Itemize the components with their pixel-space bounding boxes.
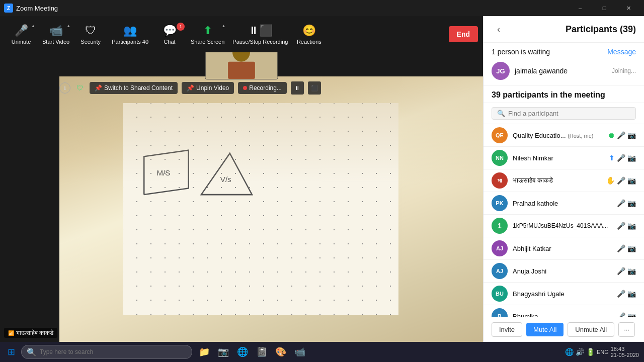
chat-button[interactable]: 💬 Chat 1 xyxy=(153,19,186,50)
end-meeting-button[interactable]: End xyxy=(449,26,478,42)
sidebar-header: ‹ Participants (39) xyxy=(484,16,644,43)
search-bar: 🔍 xyxy=(484,103,644,124)
app-icon: Z xyxy=(4,4,13,13)
taskbar-app-media[interactable]: 📹 xyxy=(291,343,309,361)
panel-title: Participants (39) xyxy=(566,24,636,35)
taskbar-apps: 📁 📷 🌐 📓 🎨 📹 xyxy=(195,343,309,361)
taskbar-app-onenote[interactable]: 📓 xyxy=(253,343,271,361)
mic-muted-icon: 🎤 xyxy=(617,222,625,230)
collapse-panel-button[interactable]: ‹ xyxy=(492,22,506,36)
participant-avatar: AJ xyxy=(492,240,508,256)
security-shield-icon[interactable]: 🛡 xyxy=(74,82,86,94)
unmute-button[interactable]: 🎤 Unmute ▲ xyxy=(5,19,37,50)
network-icon[interactable]: 🌐 xyxy=(565,348,574,356)
close-button[interactable]: ✕ xyxy=(617,0,640,16)
hand-raise-icon: ✋ xyxy=(606,176,615,185)
chat-icon: 💬 xyxy=(163,24,177,37)
taskbar-app-zoom[interactable]: 📷 xyxy=(214,343,232,361)
app-title: Zoom Meeting xyxy=(16,5,569,12)
mute-all-button[interactable]: Mute All xyxy=(526,323,564,336)
mic-muted-icon: 🎤 xyxy=(617,244,625,252)
main-video: M/S V/s xyxy=(59,76,483,342)
participant-item: AJ Abhijit Katkar 🎤 📷 xyxy=(484,237,644,260)
taskbar-app-chrome[interactable]: 🌐 xyxy=(233,343,252,361)
mic-on-icon: 🎤 xyxy=(617,154,625,162)
recording-on-icon: ⏺ xyxy=(608,131,615,139)
battery-icon[interactable]: 🔋 xyxy=(586,348,595,356)
video-icon: 📹 xyxy=(49,24,63,37)
unpin-icon: 📌 xyxy=(187,84,194,92)
share-icon: ⬆ xyxy=(609,154,615,162)
pause-stop-recording-button[interactable]: ⏸⬛ Pause/Stop Recording xyxy=(229,19,291,50)
cam-icon: 📷 xyxy=(627,176,636,185)
unmute-all-button[interactable]: Unmute All xyxy=(568,322,614,337)
start-video-button[interactable]: 📹 Start Video ▲ xyxy=(39,19,72,50)
title-bar: Z Zoom Meeting – □ ✕ xyxy=(0,0,644,16)
video-controls-bar: ℹ 🛡 📌 Switch to Shared Content 📌 Unpin V… xyxy=(59,81,321,95)
info-icon[interactable]: ℹ xyxy=(59,82,70,94)
window-controls: – □ ✕ xyxy=(569,0,640,16)
participant-item: भा भाऊसाहेब काकडे ✋ 🎤 📷 xyxy=(484,169,644,192)
pause-recording-button[interactable]: ⏸ xyxy=(291,81,304,95)
taskbar-search-input[interactable] xyxy=(40,348,187,355)
participants-icon: 👥 xyxy=(123,24,137,37)
participant-item: QE Quality Educatio... (Host, me) ⏺ 🎤 📷 xyxy=(484,124,644,147)
cam-muted-icon: 📷 xyxy=(627,244,636,252)
cam-muted-icon: 📷 xyxy=(627,267,636,275)
participant-name: Pralhad kathole xyxy=(513,200,612,207)
participant-icons: ⬆ 🎤 📷 xyxy=(609,154,636,162)
waiting-person-name: jaimala gawande xyxy=(515,67,568,75)
more-options-button[interactable]: ··· xyxy=(618,322,635,337)
reactions-button[interactable]: 😊 Reactions xyxy=(293,19,325,50)
pin-icon: 📌 xyxy=(95,84,102,92)
taskbar-search[interactable]: 🔍 xyxy=(21,345,192,359)
sidebar-actions: Invite Mute All Unmute All ··· xyxy=(484,317,644,342)
participant-name: Bhumika xyxy=(513,313,612,317)
participant-icons: 🎤 📷 xyxy=(617,312,636,317)
pause-stop-icon: ⏸⬛ xyxy=(248,24,273,37)
video-background: M/S V/s xyxy=(59,76,483,342)
participant-icons: ✋ 🎤 📷 xyxy=(606,176,636,185)
reactions-icon: 😊 xyxy=(302,24,316,37)
taskbar-app-paint[interactable]: 🎨 xyxy=(272,343,290,361)
participant-name: Anuja Joshi xyxy=(513,267,612,275)
switch-shared-content-button[interactable]: 📌 Switch to Shared Content xyxy=(90,82,178,94)
invite-button[interactable]: Invite xyxy=(492,322,522,337)
maximize-button[interactable]: □ xyxy=(593,0,616,16)
stop-recording-button[interactable]: ⬛ xyxy=(308,81,321,95)
participant-name: 1kP5rMUJsuBE4NzUs_401SAAA... xyxy=(513,222,612,229)
video-chevron: ▲ xyxy=(66,24,70,28)
share-screen-button[interactable]: ⬆ Share Screen ▲ xyxy=(188,19,227,50)
minimize-button[interactable]: – xyxy=(569,0,592,16)
participant-search-input[interactable] xyxy=(508,110,630,117)
bottom-toolbar: 🎤 Unmute ▲ 📹 Start Video ▲ 🛡 Security 👥 … xyxy=(0,16,483,52)
taskbar-search-icon: 🔍 xyxy=(27,347,37,357)
mic-icon: 🎤 xyxy=(617,176,625,185)
participant-avatar: AJ xyxy=(492,263,508,279)
recording-button[interactable]: Recording... xyxy=(238,82,287,94)
taskbar-app-explorer[interactable]: 📁 xyxy=(195,343,213,361)
start-button[interactable]: ⊞ xyxy=(2,343,20,361)
waiting-header: 1 person is waiting Message xyxy=(492,48,636,56)
waiting-person: JG jaimala gawande Joining... xyxy=(492,60,636,82)
waiting-section: 1 person is waiting Message JG jaimala g… xyxy=(484,43,644,85)
mic-muted-icon: 🎤 xyxy=(617,131,625,139)
participant-item: AJ Anuja Joshi 🎤 📷 xyxy=(484,260,644,283)
participant-icons: 🎤 📷 xyxy=(617,244,636,252)
participants-button[interactable]: 👥 Participants 40 xyxy=(109,19,151,50)
message-link[interactable]: Message xyxy=(607,48,636,56)
cam-muted-icon: 📷 xyxy=(627,131,636,139)
participant-item: NN Nilesh Nimkar ⬆ 🎤 📷 xyxy=(484,147,644,169)
mic-muted-icon: 🎤 xyxy=(617,290,625,298)
search-input-wrap[interactable]: 🔍 xyxy=(492,107,636,120)
taskbar-right: 🌐 🔊 🔋 ENG 18:43 21-05-2020 xyxy=(565,346,642,358)
participant-icons: 🎤 📷 xyxy=(617,199,636,207)
volume-icon[interactable]: 🔊 xyxy=(576,348,584,356)
participants-panel: ‹ Participants (39) 1 person is waiting … xyxy=(483,16,644,342)
mic-icon: 🎤 xyxy=(15,24,28,37)
unpin-video-button[interactable]: 📌 Unpin Video xyxy=(182,82,234,94)
participant-icons: ⏺ 🎤 📷 xyxy=(608,131,636,139)
participant-list: QE Quality Educatio... (Host, me) ⏺ 🎤 📷 … xyxy=(484,124,644,317)
participant-avatar: B xyxy=(492,308,508,317)
security-button[interactable]: 🛡 Security xyxy=(74,19,107,50)
